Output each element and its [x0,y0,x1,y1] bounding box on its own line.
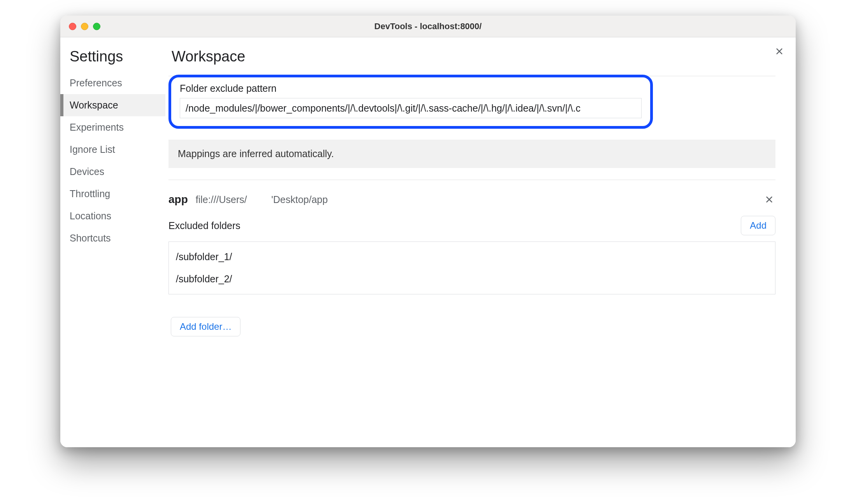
window-close-dot[interactable] [69,23,76,30]
excluded-folder-item[interactable]: /subfolder_2/ [169,268,775,290]
devtools-settings-window: DevTools - localhost:8000/ Settings Pref… [60,16,796,447]
window-minimize-dot[interactable] [81,23,88,30]
workspace-folder-path: file:///Users/ 'Desktop/app [196,194,328,205]
sidebar-item-label: Locations [70,210,111,221]
excluded-folders-list: /subfolder_1/ /subfolder_2/ [168,242,775,294]
excluded-folders-title: Excluded folders [168,220,240,231]
sidebar-item-label: Devices [70,166,104,177]
sidebar-item-label: Preferences [70,77,122,88]
workspace-folder-name: app [168,193,188,206]
settings-sidebar: Settings Preferences Workspace Experimen… [60,37,165,447]
sidebar-item-label: Throttling [70,188,110,199]
divider [168,180,775,180]
excluded-folder-item[interactable]: /subfolder_1/ [169,246,775,268]
add-folder-button[interactable]: Add folder… [171,317,240,336]
window-zoom-dot[interactable] [93,23,100,30]
settings-main: Workspace Folder exclude pattern Mapping… [165,37,796,447]
page-title: Workspace [168,48,775,65]
folder-exclude-pattern-label: Folder exclude pattern [180,83,642,94]
folder-exclude-pattern-input[interactable] [180,98,642,118]
mappings-info: Mappings are inferred automatically. [168,140,775,168]
sidebar-item-label: Experiments [70,122,124,133]
excluded-folders-header: Excluded folders Add [168,216,775,235]
sidebar-item-workspace[interactable]: Workspace [60,94,165,116]
settings-body: Settings Preferences Workspace Experimen… [60,37,796,447]
sidebar-item-label: Workspace [70,100,118,110]
sidebar-item-preferences[interactable]: Preferences [60,72,165,94]
sidebar-item-devices[interactable]: Devices [60,161,165,183]
folder-exclude-pattern-section: Folder exclude pattern [168,75,653,129]
sidebar-item-label: Shortcuts [70,233,111,243]
window-controls [69,23,100,30]
add-excluded-button[interactable]: Add [741,216,775,235]
sidebar-item-label: Ignore List [70,144,115,155]
sidebar-item-ignore-list[interactable]: Ignore List [60,138,165,161]
workspace-folder-row: app file:///Users/ 'Desktop/app [168,193,775,206]
close-icon[interactable] [772,44,786,58]
remove-folder-icon[interactable] [763,193,775,206]
sidebar-item-locations[interactable]: Locations [60,205,165,227]
sidebar-title: Settings [60,48,165,72]
sidebar-item-shortcuts[interactable]: Shortcuts [60,227,165,249]
sidebar-item-experiments[interactable]: Experiments [60,116,165,138]
sidebar-item-throttling[interactable]: Throttling [60,183,165,205]
titlebar: DevTools - localhost:8000/ [60,16,796,37]
window-title: DevTools - localhost:8000/ [374,21,482,32]
